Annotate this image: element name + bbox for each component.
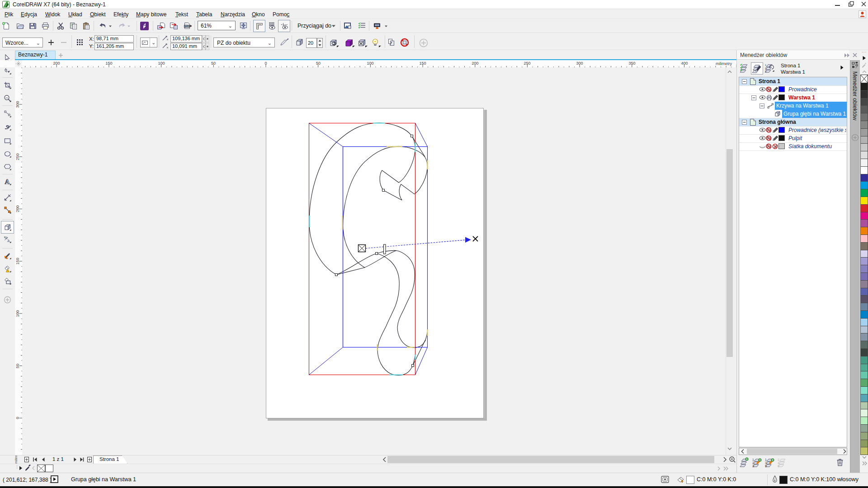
svg-text:150: 150 — [15, 258, 20, 264]
svg-text:150: 150 — [105, 61, 112, 66]
svg-text:100: 100 — [158, 61, 165, 66]
svg-text:4: 4 — [778, 461, 779, 465]
svg-text:2: 2 — [752, 461, 754, 465]
svg-text:PDF: PDF — [184, 25, 190, 28]
svg-text:5: 5 — [765, 465, 767, 468]
svg-text:150: 150 — [419, 61, 426, 66]
svg-text:1: 1 — [765, 64, 767, 66]
svg-text:400: 400 — [681, 61, 688, 66]
svg-text:milimetry: milimetry — [716, 61, 732, 66]
svg-text:3: 3 — [765, 461, 767, 465]
svg-text:50: 50 — [15, 364, 20, 368]
svg-text:250: 250 — [15, 153, 20, 160]
svg-text:A: A — [5, 178, 10, 185]
svg-text:350: 350 — [628, 61, 635, 66]
svg-text:200: 200 — [53, 61, 60, 66]
svg-text:1: 1 — [765, 458, 767, 461]
svg-text:250: 250 — [524, 61, 530, 66]
svg-text:300: 300 — [15, 101, 20, 108]
svg-text:0: 0 — [264, 61, 267, 66]
svg-text:300: 300 — [576, 61, 583, 66]
svg-text:100: 100 — [367, 61, 373, 66]
svg-text:200: 200 — [472, 61, 478, 66]
svg-text:200: 200 — [15, 205, 20, 212]
svg-text:100: 100 — [15, 310, 20, 317]
svg-text:50: 50 — [316, 61, 321, 66]
svg-text:3: 3 — [752, 465, 754, 468]
svg-text:0: 0 — [15, 417, 20, 419]
svg-text:1: 1 — [752, 458, 754, 461]
svg-text:6: 6 — [778, 465, 779, 468]
svg-text:2: 2 — [778, 458, 779, 461]
svg-text:50: 50 — [211, 61, 216, 66]
